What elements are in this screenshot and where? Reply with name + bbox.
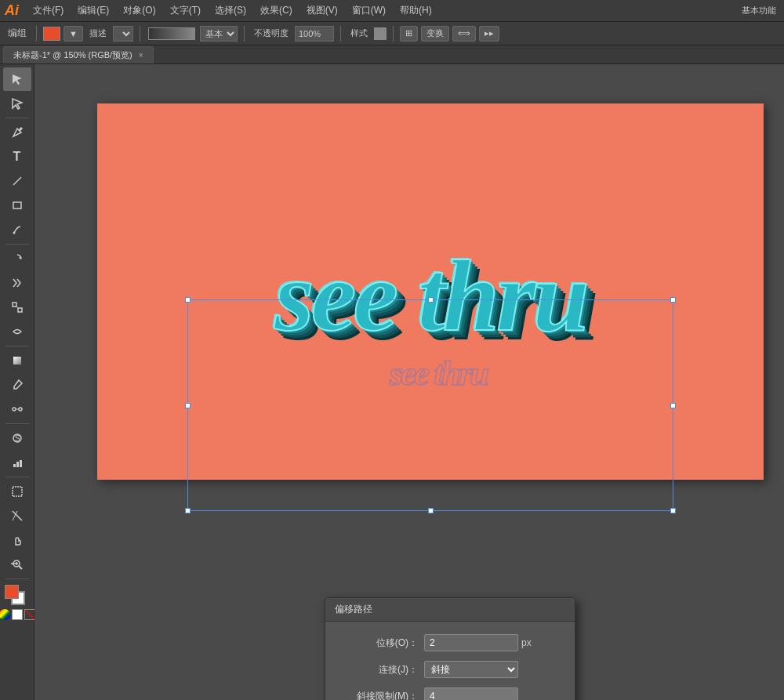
direct-selection-tool[interactable] [3, 92, 31, 115]
dialog-title-bar[interactable]: 偏移路径 [325, 598, 575, 622]
join-label: 连接(J)： [338, 663, 424, 676]
line-tool[interactable] [3, 169, 31, 193]
stroke-type-select[interactable]: 基本 [200, 26, 238, 42]
grid-btn[interactable]: ⊞ [400, 26, 418, 42]
tools-div-4 [5, 423, 29, 424]
selection-tool[interactable] [3, 67, 31, 91]
menu-help[interactable]: 帮助(H) [394, 2, 438, 19]
miter-row: 斜接限制(M)： [338, 687, 562, 700]
pencil-tool[interactable] [3, 218, 31, 241]
workspace-label: 基本功能 [739, 5, 779, 16]
canvas-area[interactable]: see thru see thru [34, 64, 784, 700]
svg-rect-6 [13, 303, 16, 306]
svg-point-4 [13, 232, 15, 234]
main-area: T S [0, 64, 784, 700]
reflect-tool[interactable] [3, 271, 31, 295]
scale-tool[interactable] [3, 296, 31, 319]
tab-title: 未标题-1* @ 150% (RGB/预览) [13, 49, 132, 61]
ai-logo: Ai [5, 2, 19, 19]
tab-bar: 未标题-1* @ 150% (RGB/预览) × [0, 45, 784, 64]
svg-rect-7 [18, 308, 22, 312]
artboard-tool[interactable] [3, 480, 31, 503]
opacity-label: 不透明度 [251, 27, 292, 39]
none-btn[interactable] [24, 609, 35, 620]
offset-input[interactable] [424, 634, 518, 651]
svg-marker-5 [19, 256, 21, 259]
dialog-content: 位移(O)： px 连接(J)： 斜接 圆形 斜角 斜接限制(M)： [325, 622, 575, 700]
rect-tool[interactable] [3, 194, 31, 217]
toolbar-divider-2 [140, 26, 140, 42]
shadow-text: see thru [390, 354, 488, 393]
menu-bar: Ai 文件(F) 编辑(E) 对象(O) 文字(T) 选择(S) 效果(C) 视… [0, 0, 784, 22]
svg-rect-16 [16, 462, 19, 467]
hand-tool[interactable] [3, 528, 31, 552]
align-btn[interactable]: ⟺ [452, 26, 476, 42]
handle-bottom-right[interactable] [670, 508, 676, 513]
miter-label: 斜接限制(M)： [338, 690, 424, 701]
tools-panel: T S [0, 64, 34, 700]
stroke-btn[interactable]: ▼ [64, 26, 83, 42]
menu-object[interactable]: 对象(O) [117, 2, 162, 19]
pen-tool[interactable] [3, 121, 31, 144]
type-tool[interactable]: T [3, 145, 31, 169]
toolbar-divider-5 [393, 26, 394, 42]
svg-rect-15 [13, 464, 16, 467]
join-select[interactable]: 斜接 圆形 斜角 [424, 661, 518, 678]
zoom-tool[interactable] [3, 553, 31, 576]
text-art-container: see thru see thru [121, 127, 740, 464]
main-text: see thru [274, 245, 586, 346]
fill-stroke-swatches[interactable] [3, 583, 31, 607]
artboard: see thru see thru [97, 103, 764, 480]
tools-div-6 [5, 578, 29, 579]
color-btn[interactable] [0, 609, 10, 620]
fill-color-swatch[interactable] [43, 27, 60, 41]
describe-select[interactable] [113, 26, 133, 42]
svg-marker-1 [13, 99, 22, 109]
svg-rect-18 [13, 487, 22, 496]
more-btn[interactable]: ▸▸ [479, 26, 499, 42]
menu-text[interactable]: 文字(T) [164, 2, 207, 19]
offset-row: 位移(O)： px [338, 634, 562, 651]
offset-unit: px [521, 637, 532, 648]
stroke-preview [148, 27, 195, 40]
svg-line-8 [16, 306, 18, 308]
svg-line-2 [13, 177, 21, 185]
svg-rect-17 [20, 460, 22, 467]
style-label: 样式 [347, 27, 371, 39]
tools-div-2 [5, 244, 29, 245]
handle-bottom-left[interactable] [185, 508, 191, 513]
toolbar-divider-4 [340, 26, 341, 42]
svg-text:S: S [15, 434, 20, 443]
transform-btn[interactable]: 变换 [421, 26, 449, 42]
eyedropper-tool[interactable] [3, 373, 31, 397]
svg-point-10 [13, 408, 16, 411]
column-graph-tool[interactable] [3, 451, 31, 474]
toolbar-divider-1 [36, 26, 37, 42]
blend-tool[interactable] [3, 397, 31, 421]
symbol-tool[interactable]: S [3, 426, 31, 450]
document-tab[interactable]: 未标题-1* @ 150% (RGB/预览) × [3, 46, 154, 63]
join-row: 连接(J)： 斜接 圆形 斜角 [338, 661, 562, 678]
menu-select[interactable]: 选择(S) [209, 2, 252, 19]
miter-input[interactable] [424, 687, 518, 700]
handle-bottom-center[interactable] [428, 508, 434, 513]
menu-view[interactable]: 视图(V) [300, 2, 344, 19]
svg-line-22 [19, 566, 22, 569]
menu-file[interactable]: 文件(F) [27, 2, 70, 19]
menu-edit[interactable]: 编辑(E) [71, 2, 115, 19]
mode-label: 编组 [5, 27, 30, 40]
style-color[interactable] [374, 27, 387, 40]
warp-tool[interactable] [3, 320, 31, 343]
gradient-tool[interactable] [3, 349, 31, 372]
menu-effect[interactable]: 效果(C) [254, 2, 299, 19]
svg-point-11 [19, 408, 22, 411]
tab-close-btn[interactable]: × [139, 51, 143, 60]
offset-label: 位移(O)： [338, 637, 424, 650]
slice-tool[interactable] [3, 504, 31, 528]
rotate-tool[interactable] [3, 247, 31, 270]
svg-line-19 [13, 511, 22, 520]
opacity-input[interactable] [295, 26, 334, 42]
menu-window[interactable]: 窗口(W) [346, 2, 392, 19]
white-btn[interactable] [12, 609, 23, 620]
svg-rect-9 [13, 357, 21, 365]
